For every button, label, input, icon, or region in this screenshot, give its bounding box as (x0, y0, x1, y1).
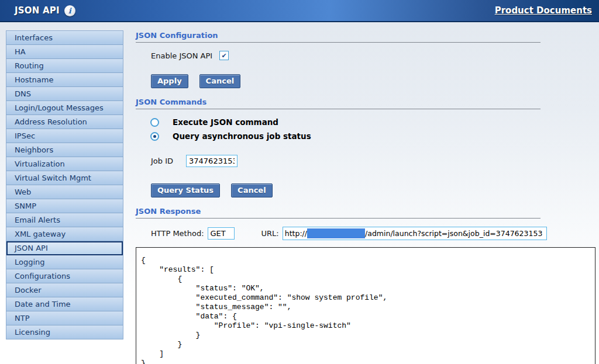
sidebar-item-web[interactable]: Web (6, 185, 123, 199)
sidebar-item-logging[interactable]: Logging (6, 255, 123, 269)
apply-button[interactable]: Apply (151, 74, 188, 88)
sidebar-item-ipsec[interactable]: IPSec (6, 129, 123, 143)
json-configuration-heading: JSON Configuration (136, 31, 595, 40)
info-icon[interactable]: i (64, 5, 75, 16)
sidebar-nav: Interfaces HA Routing Hostname DNS Login… (6, 30, 123, 339)
sidebar-item-docker[interactable]: Docker (6, 283, 123, 297)
execute-json-command-radio[interactable] (150, 118, 159, 127)
section-rule (136, 42, 541, 43)
http-method-input[interactable] (208, 227, 235, 240)
page-title: JSON API (15, 5, 60, 16)
url-label: URL: (261, 229, 279, 238)
json-response-output[interactable]: { "results": [ { "status": "OK", "execut… (136, 247, 595, 364)
sidebar-item-login-logout-messages[interactable]: Login/Logout Messages (6, 101, 123, 115)
query-status-button[interactable]: Query Status (151, 183, 220, 197)
product-documents-link[interactable]: Product Documents (495, 5, 592, 16)
sidebar-item-json-api[interactable]: JSON API (6, 241, 123, 255)
sidebar-item-snmp[interactable]: SNMP (6, 199, 123, 213)
query-async-job-status-label: Query asynchronous job status (173, 131, 311, 141)
job-id-input[interactable] (186, 155, 237, 167)
cancel-query-button[interactable]: Cancel (231, 183, 273, 197)
enable-json-api-label: Enable JSON API (151, 51, 212, 60)
section-rule (136, 218, 541, 219)
section-rule (136, 109, 541, 109)
sidebar-item-address-resolution[interactable]: Address Resolution (6, 115, 123, 129)
job-id-label: Job ID (151, 157, 173, 165)
url-suffix-text: /admin/launch?script=json&job_id=3747623… (365, 229, 542, 238)
sidebar-item-ha[interactable]: HA (6, 45, 123, 59)
sidebar-item-interfaces[interactable]: Interfaces (6, 31, 123, 45)
execute-json-command-label: Execute JSON command (173, 117, 278, 127)
sidebar-item-hostname[interactable]: Hostname (6, 73, 123, 87)
sidebar-item-ntp[interactable]: NTP (6, 311, 123, 325)
sidebar-item-routing[interactable]: Routing (6, 59, 123, 73)
cancel-button[interactable]: Cancel (199, 74, 241, 88)
http-method-label: HTTP Method: (151, 229, 204, 238)
sidebar-item-virtual-switch-mgmt[interactable]: Virtual Switch Mgmt (6, 171, 123, 185)
sidebar-item-date-and-time[interactable]: Date and Time (6, 297, 123, 311)
url-input[interactable]: http:// /admin/launch?script=json&job_id… (283, 227, 547, 240)
sidebar-item-dns[interactable]: DNS (6, 87, 123, 101)
json-commands-heading: JSON Commands (136, 98, 595, 106)
sidebar-item-email-alerts[interactable]: Email Alerts (6, 213, 123, 227)
url-host-redaction (307, 228, 365, 238)
json-response-text: { "results": [ { "status": "OK", "execut… (141, 256, 590, 364)
url-prefix-text: http:// (285, 229, 307, 238)
main-content: JSON Configuration Enable JSON API ✔ App… (136, 26, 595, 364)
top-bar: JSON API i Product Documents (0, 0, 599, 22)
enable-json-api-checkbox[interactable]: ✔ (219, 51, 229, 60)
query-async-job-status-radio[interactable] (150, 132, 159, 141)
json-response-heading: JSON Response (136, 207, 595, 216)
sidebar-item-xml-gateway[interactable]: XML gateway (6, 227, 123, 241)
checkmark-icon: ✔ (222, 52, 227, 60)
sidebar-item-virtualization[interactable]: Virtualization (6, 157, 123, 171)
sidebar-item-configurations[interactable]: Configurations (6, 269, 123, 283)
sidebar-item-licensing[interactable]: Licensing (6, 325, 123, 339)
sidebar-item-neighbors[interactable]: Neighbors (6, 143, 123, 157)
